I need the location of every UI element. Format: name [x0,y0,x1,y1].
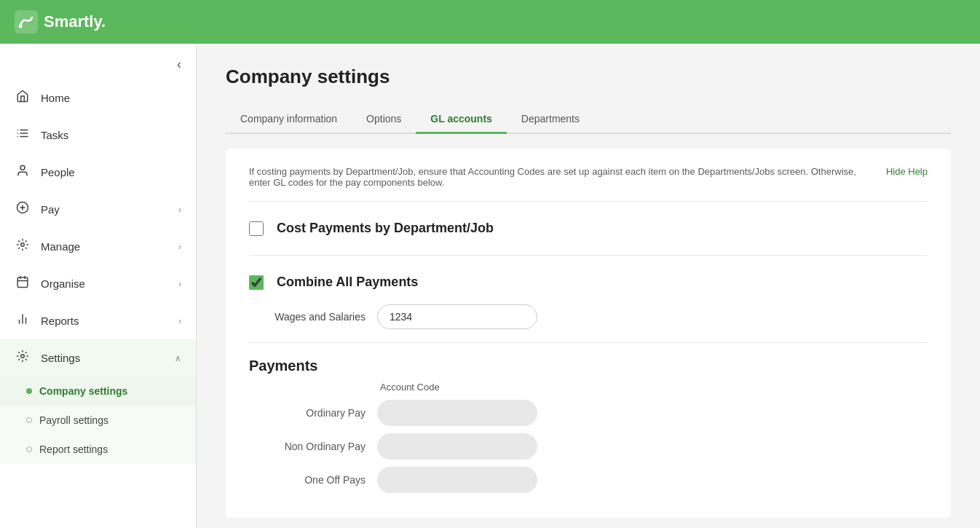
sidebar-item-people-label: People [41,166,75,178]
combine-payments-label[interactable]: Combine All Payments [277,275,418,290]
svg-point-1 [19,25,23,28]
logo: Smartly. [15,10,106,34]
company-settings-label: Company settings [39,385,127,397]
ordinary-pay-row: Ordinary Pay [249,400,928,426]
sidebar-item-reports[interactable]: Reports › [0,302,196,339]
one-off-pays-input[interactable] [377,467,537,493]
divider-1 [249,201,928,202]
sidebar-item-home-label: Home [41,92,70,104]
tab-gl-accounts[interactable]: GL accounts [416,106,507,134]
home-icon [15,90,31,106]
settings-chevron-icon: ∧ [175,353,181,363]
account-code-heading: Account Code [249,382,928,393]
page-title: Company settings [226,66,951,88]
sidebar-item-tasks-label: Tasks [41,129,68,141]
sidebar-item-reports-label: Reports [41,315,79,327]
ordinary-pay-input[interactable] [377,400,537,426]
divider-3 [249,342,928,343]
combine-payments-row: Combine All Payments [249,269,928,296]
sidebar-item-home[interactable]: Home [0,79,196,117]
non-ordinary-pay-row: Non Ordinary Pay [249,433,928,460]
manage-chevron-icon: › [178,242,181,252]
reports-chevron-icon: › [178,316,181,326]
sidebar-submenu-item-report-settings[interactable]: Report settings [0,435,196,464]
organise-icon [15,275,31,292]
report-settings-label: Report settings [39,444,108,455]
sidebar-item-tasks[interactable]: Tasks [0,117,196,154]
sidebar-item-manage-label: Manage [41,240,80,253]
sidebar: ‹ Home Tasks People Pay › [0,44,197,528]
hide-help-button[interactable]: Hide Help [886,166,928,177]
logo-icon [15,10,38,34]
settings-icon [15,350,31,366]
svg-point-12 [21,243,25,247]
sidebar-toggle-container: ‹ [0,44,196,79]
sidebar-submenu-item-company-settings[interactable]: Company settings [0,377,196,406]
combine-payments-checkbox[interactable] [249,275,264,290]
inactive-dot-report [26,446,32,452]
sidebar-item-pay-label: Pay [41,203,60,216]
tab-company-information[interactable]: Company information [226,106,352,134]
people-icon [15,164,31,181]
main-layout: ‹ Home Tasks People Pay › [0,44,980,528]
topbar: Smartly. [0,0,980,44]
gl-accounts-card: If costing payments by Department/Job, e… [226,149,951,518]
svg-rect-0 [15,10,38,34]
tasks-icon [15,127,31,143]
svg-point-8 [20,165,25,170]
cost-payments-row: Cost Payments by Department/Job [249,215,928,242]
non-ordinary-pay-input[interactable] [377,433,537,460]
sidebar-item-settings-label: Settings [41,352,80,364]
inactive-dot-payroll [26,417,32,423]
help-bar: If costing payments by Department/Job, e… [249,166,928,188]
non-ordinary-pay-label: Non Ordinary Pay [249,441,365,452]
wages-salaries-label: Wages and Salaries [249,311,365,323]
payroll-settings-label: Payroll settings [39,414,108,426]
svg-point-20 [21,355,25,358]
tab-options[interactable]: Options [352,106,416,134]
help-text: If costing payments by Department/Job, e… [249,166,874,188]
tabs: Company information Options GL accounts … [226,106,951,134]
wages-salaries-input[interactable] [377,304,537,329]
settings-submenu: Company settings Payroll settings Report… [0,377,196,464]
collapse-icon[interactable]: ‹ [177,57,181,72]
sidebar-item-settings[interactable]: Settings ∧ [0,339,196,377]
sidebar-item-pay[interactable]: Pay › [0,191,196,228]
pay-icon [15,201,31,218]
sidebar-item-people[interactable]: People [0,154,196,191]
ordinary-pay-label: Ordinary Pay [249,407,365,419]
one-off-pays-label: One Off Pays [249,474,365,486]
svg-rect-13 [17,277,28,288]
sidebar-submenu-item-payroll-settings[interactable]: Payroll settings [0,406,196,435]
sidebar-item-manage[interactable]: Manage › [0,228,196,265]
payments-heading: Payments [249,358,928,374]
cost-payments-label[interactable]: Cost Payments by Department/Job [277,221,494,236]
divider-2 [249,255,928,256]
wages-salaries-row: Wages and Salaries [249,304,928,329]
sidebar-item-organise[interactable]: Organise › [0,265,196,302]
organise-chevron-icon: › [178,279,181,289]
tab-departments[interactable]: Departments [507,106,594,134]
manage-icon [15,238,31,255]
sidebar-item-organise-label: Organise [41,277,85,290]
cost-payments-checkbox[interactable] [249,221,264,236]
pay-chevron-icon: › [178,205,181,215]
one-off-pays-row: One Off Pays [249,467,928,493]
active-dot [26,388,32,394]
logo-text: Smartly. [44,12,106,31]
main-content: Company settings Company information Opt… [197,44,980,528]
reports-icon [15,312,31,329]
